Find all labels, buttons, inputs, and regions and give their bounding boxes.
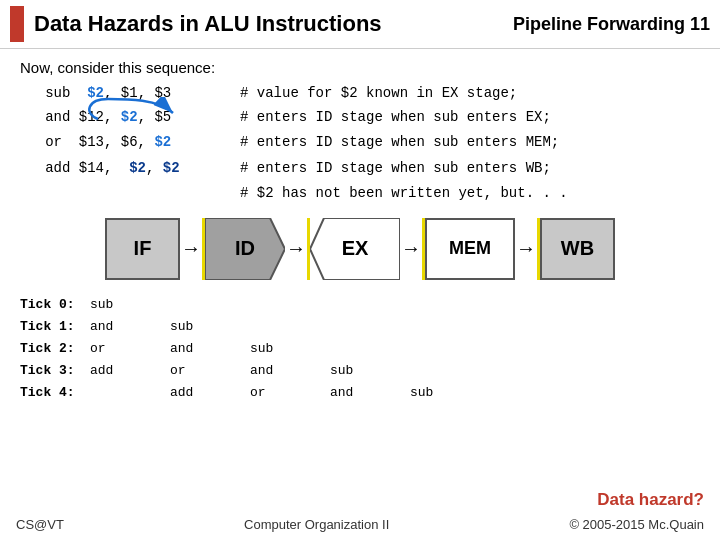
or-comment: # enters ID stage when sub enters MEM; xyxy=(240,131,559,153)
tick-3-col1: or xyxy=(170,360,250,382)
tick-row-3: Tick 3: add or and sub xyxy=(20,360,700,382)
page-title: Data Hazards in ALU Instructions xyxy=(34,11,513,37)
tick-1-col4 xyxy=(410,316,490,338)
stage-id-wrapper: ID xyxy=(205,218,285,280)
tick-row-1: Tick 1: and sub xyxy=(20,316,700,338)
footer-right: © 2005-2015 Mc.Quain xyxy=(569,517,704,532)
forwarding-arrow xyxy=(78,97,198,129)
intro-text: Now, consider this sequence: xyxy=(20,59,700,76)
tick-0-label: Tick 0: xyxy=(20,294,90,316)
tick-0-col2 xyxy=(250,294,330,316)
tick-4-col3: and xyxy=(330,382,410,404)
tick-row-0: Tick 0: sub xyxy=(20,294,700,316)
sub-comment: # value for $2 known in EX stage; xyxy=(240,82,517,104)
add-comment1: # enters ID stage when sub enters WB; xyxy=(240,157,551,179)
add-comment2: # $2 has not been written yet, but. . . xyxy=(240,182,568,204)
tick-1-col3 xyxy=(330,316,410,338)
add-src-reg1: $2 xyxy=(129,160,146,176)
red-bar-decoration xyxy=(10,6,24,42)
data-hazard-label: Data hazard? xyxy=(597,490,704,510)
stage-wb: WB xyxy=(540,218,615,280)
stage-ex-label: EX xyxy=(342,237,369,260)
tick-2-col1: and xyxy=(170,338,250,360)
tick-2-col3 xyxy=(330,338,410,360)
footer-left: CS@VT xyxy=(16,517,64,532)
stage-id-label: ID xyxy=(235,237,255,260)
arrow-if-id: → xyxy=(181,237,201,260)
code-block: sub $2, $1, $3 # value for $2 known in E… xyxy=(20,82,700,204)
tick-2-col4 xyxy=(410,338,490,360)
tick-4-col2: or xyxy=(250,382,330,404)
tick-4-col4: sub xyxy=(410,382,490,404)
tick-1-col2 xyxy=(250,316,330,338)
add-src-reg2: $2 xyxy=(163,160,180,176)
page-subtitle: Pipeline Forwarding 11 xyxy=(513,14,710,35)
header: Data Hazards in ALU Instructions Pipelin… xyxy=(0,0,720,49)
arrow-id-ex: → xyxy=(286,237,306,260)
instr-or: or $13, $6, $2 # enters ID stage when su… xyxy=(20,131,700,153)
and-comment: # enters ID stage when sub enters EX; xyxy=(240,106,551,128)
tick-4-label: Tick 4: xyxy=(20,382,90,404)
tick-3-label: Tick 3: xyxy=(20,360,90,382)
and-comment-when: when xyxy=(391,109,425,125)
tick-0-col1 xyxy=(170,294,250,316)
stage-if: IF xyxy=(105,218,180,280)
tick-0-col4 xyxy=(410,294,490,316)
stage-wb-label: WB xyxy=(561,237,594,260)
footer-center: Computer Organization II xyxy=(244,517,389,532)
footer: CS@VT Computer Organization II © 2005-20… xyxy=(0,517,720,532)
tick-1-label: Tick 1: xyxy=(20,316,90,338)
tick-3-col0: add xyxy=(90,360,170,382)
arrow-mem-wb: → xyxy=(516,237,536,260)
tick-4-col0 xyxy=(90,382,170,404)
tick-1-col1: sub xyxy=(170,316,250,338)
stage-mem: MEM xyxy=(425,218,515,280)
instr-add-text: add $14, $2, $2 xyxy=(20,157,240,179)
or-src-reg: $2 xyxy=(154,134,171,150)
tick-2-col2: sub xyxy=(250,338,330,360)
stage-ex-wrapper: EX xyxy=(310,218,400,280)
arrow-ex-mem: → xyxy=(401,237,421,260)
stage-if-label: IF xyxy=(134,237,152,260)
tick-row-4: Tick 4: add or and sub xyxy=(20,382,700,404)
add-comment-row2: # $2 has not been written yet, but. . . xyxy=(20,182,700,204)
tick-3-col3: sub xyxy=(330,360,410,382)
add-comment-spacer xyxy=(20,182,240,204)
pipeline-diagram: IF → ID → EX → MEM → xyxy=(20,218,700,280)
tick-1-col0: and xyxy=(90,316,170,338)
tick-2-label: Tick 2: xyxy=(20,338,90,360)
instr-or-text: or $13, $6, $2 xyxy=(20,131,240,153)
tick-3-col4 xyxy=(410,360,490,382)
tick-0-col3 xyxy=(330,294,410,316)
main-content: Now, consider this sequence: sub $2, $1,… xyxy=(0,49,720,414)
tick-table: Tick 0: sub Tick 1: and sub Tick 2: or a… xyxy=(20,294,700,404)
tick-4-col1: add xyxy=(170,382,250,404)
tick-2-col0: or xyxy=(90,338,170,360)
stage-mem-label: MEM xyxy=(449,238,491,259)
instr-add: add $14, $2, $2 # enters ID stage when s… xyxy=(20,157,700,179)
or-comment-when: when xyxy=(391,134,425,150)
tick-row-2: Tick 2: or and sub xyxy=(20,338,700,360)
tick-3-col2: and xyxy=(250,360,330,382)
tick-0-col0: sub xyxy=(90,294,170,316)
